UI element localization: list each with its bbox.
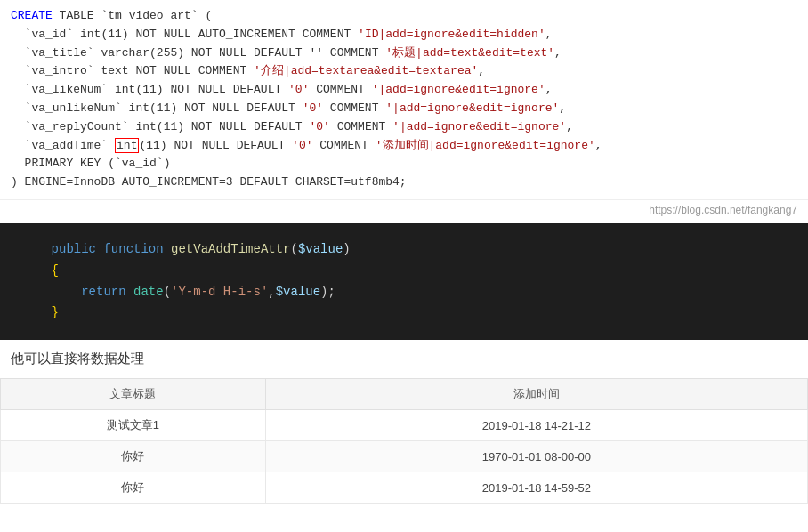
sql-line-7: `va_replyCount` int(11) NOT NULL DEFAULT… bbox=[11, 118, 797, 137]
php-paren: ( bbox=[290, 242, 297, 256]
php-line-1: public function getVaAddTimeAttr($value) bbox=[21, 239, 787, 261]
str-val: '0' bbox=[309, 120, 329, 133]
php-func-name: getVaAddTimeAttr bbox=[171, 242, 290, 256]
php-semicolon: ); bbox=[320, 285, 335, 299]
sql-line-1: CREATE TABLE `tm_video_art` ( bbox=[11, 7, 797, 26]
description-text: 他可以直接将数据处理 bbox=[0, 340, 808, 378]
data-table: 文章标题 添加时间 测试文章12019-01-18 14-21-12你好1970… bbox=[0, 378, 808, 504]
table-row: 你好1970-01-01 08-00-00 bbox=[1, 441, 808, 472]
highlighted-int: int bbox=[115, 138, 139, 153]
php-plain bbox=[21, 285, 81, 299]
sql-line-2: `va_id` int(11) NOT NULL AUTO_INCREMENT … bbox=[11, 26, 797, 44]
sql-line-8-highlighted: `va_addTime` int(11) NOT NULL DEFAULT '0… bbox=[11, 137, 797, 156]
php-line-2: { bbox=[21, 261, 787, 282]
sql-code-section: CREATE TABLE `tm_video_art` ( `va_id` in… bbox=[0, 0, 808, 223]
php-plain bbox=[21, 242, 52, 256]
php-kw-return: return bbox=[81, 285, 125, 299]
sql-line-3: `va_title` varchar(255) NOT NULL DEFAULT… bbox=[11, 44, 797, 63]
cell-title: 你好 bbox=[1, 472, 266, 504]
php-kw-public: public bbox=[52, 242, 96, 256]
str-val: 'ID|add=ignore&edit=hidden' bbox=[358, 28, 545, 41]
php-code-section: public function getVaAddTimeAttr($value)… bbox=[0, 223, 808, 340]
sql-line-4: `va_intro` text NOT NULL COMMENT '介绍|add… bbox=[11, 62, 797, 81]
cell-time: 2019-01-18 14-59-52 bbox=[265, 472, 807, 504]
cell-time: 1970-01-01 08-00-00 bbox=[265, 441, 807, 472]
php-code-block: public function getVaAddTimeAttr($value)… bbox=[0, 223, 808, 340]
sql-content: CREATE TABLE `tm_video_art` ( `va_id` in… bbox=[0, 0, 808, 200]
sql-line-6: `va_unlikeNum` int(11) NOT NULL DEFAULT … bbox=[11, 100, 797, 118]
cell-time: 2019-01-18 14-21-12 bbox=[265, 410, 807, 441]
kw-create: CREATE bbox=[11, 9, 53, 22]
sql-line-9: PRIMARY KEY (`va_id`) bbox=[11, 155, 797, 173]
col-header-title: 文章标题 bbox=[1, 379, 266, 410]
php-open-brace: { bbox=[52, 263, 59, 278]
table-header-row: 文章标题 添加时间 bbox=[1, 379, 808, 410]
table-row: 测试文章12019-01-18 14-21-12 bbox=[1, 410, 808, 441]
str-val: '0' bbox=[288, 83, 309, 96]
php-builtin-date: date bbox=[133, 285, 164, 299]
str-val: '标题|add=text&edit=text' bbox=[385, 46, 554, 60]
php-plain bbox=[126, 285, 133, 299]
str-val-2: '|add=ignore&edit=ignore' bbox=[372, 83, 545, 96]
str-val-2: '|add=ignore&edit=ignore' bbox=[385, 101, 559, 115]
php-line-3: return date('Y-m-d H-i-s',$value); bbox=[21, 282, 787, 303]
table-body: 测试文章12019-01-18 14-21-12你好1970-01-01 08-… bbox=[1, 410, 808, 504]
php-var-value2: $value bbox=[276, 285, 320, 299]
php-plain bbox=[164, 242, 171, 256]
col-header-time: 添加时间 bbox=[265, 379, 807, 410]
str-val: '介绍|add=textarea&edit=textarea' bbox=[254, 64, 478, 77]
php-comma: , bbox=[268, 285, 275, 299]
php-paren2: ) bbox=[343, 242, 350, 256]
cell-title: 测试文章1 bbox=[1, 410, 266, 441]
php-str-format: 'Y-m-d H-i-s' bbox=[171, 285, 268, 299]
str-val-2: '|add=ignore&edit=ignore' bbox=[392, 120, 566, 133]
watermark: https://blog.csdn.net/fangkang7 bbox=[0, 200, 808, 223]
php-close-brace: } bbox=[52, 305, 59, 319]
str-val: '0' bbox=[292, 139, 312, 152]
table-row: 你好2019-01-18 14-59-52 bbox=[1, 472, 808, 504]
cell-title: 你好 bbox=[1, 441, 266, 472]
php-plain bbox=[21, 305, 52, 319]
str-val-2: '添加时间|add=ignore&edit=ignore' bbox=[376, 139, 595, 152]
sql-line-5: `va_likeNum` int(11) NOT NULL DEFAULT '0… bbox=[11, 81, 797, 100]
table-head: 文章标题 添加时间 bbox=[1, 379, 808, 410]
sql-line-10: ) ENGINE=InnoDB AUTO_INCREMENT=3 DEFAULT… bbox=[11, 173, 797, 192]
php-var-value: $value bbox=[298, 242, 343, 256]
php-paren3: ( bbox=[164, 285, 171, 299]
php-line-4: } bbox=[21, 302, 787, 324]
php-plain bbox=[21, 263, 52, 278]
str-val: '0' bbox=[303, 101, 323, 115]
php-kw-function: function bbox=[103, 242, 163, 256]
